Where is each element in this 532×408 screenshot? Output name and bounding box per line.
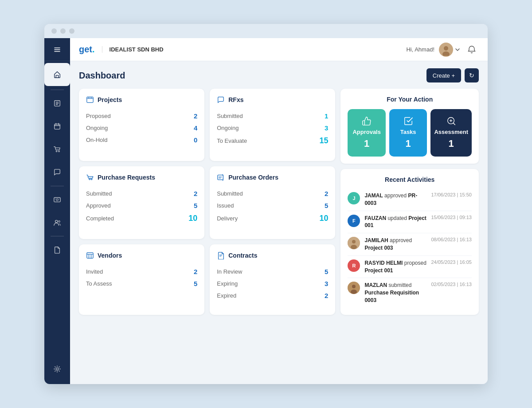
sidebar-item-calendar[interactable]: [44, 116, 70, 137]
contracts-card-title: Contracts: [217, 251, 328, 259]
header-actions: Create + ↻: [426, 68, 479, 82]
sidebar-item-chat[interactable]: [44, 162, 70, 183]
activity-text-3: JAMILAH approved Project 003: [364, 237, 426, 252]
projects-icon: [86, 96, 94, 104]
user-avatar-container[interactable]: [439, 43, 460, 57]
po-delivery-row: Delivery 10: [217, 212, 328, 225]
approvals-button[interactable]: Approvals 1: [348, 109, 385, 157]
svg-point-8: [56, 368, 58, 370]
activity-avatar-rasyid: R: [348, 259, 360, 272]
assessment-button[interactable]: Assessment 1: [430, 109, 472, 157]
activity-time-5: 02/05/2023 | 16:13: [431, 282, 472, 287]
activity-text-5: MAZLAN submittedPurchase Requisition 000…: [364, 282, 426, 304]
svg-point-16: [351, 245, 357, 249]
activity-item-2: F FAUZAN updated Project 001 15/06/2023 …: [348, 211, 472, 234]
svg-point-7: [59, 221, 60, 223]
projects-proposed-row: Proposed 2: [86, 110, 197, 122]
create-button[interactable]: Create +: [426, 68, 461, 82]
app-header: get. IDEALIST SDN BHD Hi, Ahmad!: [70, 38, 488, 61]
svg-point-6: [55, 220, 58, 223]
dashboard-grid: Projects Proposed 2 Ongoing 4 On-Hold: [79, 89, 479, 315]
sidebar-item-cart[interactable]: [44, 139, 70, 160]
thumbs-up-icon: [362, 116, 372, 126]
rfxs-ongoing-row: Ongoing 3: [217, 122, 328, 134]
vendors-invited-row: Invited 2: [86, 266, 197, 278]
purchase-orders-icon: [217, 173, 225, 181]
sidebar-item-home[interactable]: [44, 63, 70, 86]
notification-bell-icon[interactable]: [465, 43, 479, 57]
main-content: get. IDEALIST SDN BHD Hi, Ahmad!: [70, 38, 488, 384]
rfxs-card-title: RFxs: [217, 96, 328, 104]
activity-text-1: JAMAL approved PR-0003: [364, 192, 426, 207]
projects-card: Projects Proposed 2 Ongoing 4 On-Hold: [79, 89, 204, 161]
activity-item-4: R RASYID HELMI proposed Project 001 24/0…: [348, 256, 472, 279]
vendors-card-title: Vendors: [86, 251, 197, 259]
contracts-expiring-row: Expiring 3: [217, 278, 328, 290]
svg-point-2: [56, 151, 57, 152]
rfxs-card: RFxs Submitted 1 Ongoing 3 To Evaluate: [210, 89, 335, 161]
sidebar-item-finance[interactable]: [44, 189, 70, 210]
activity-avatar-fauzan: F: [348, 215, 360, 227]
svg-rect-1: [55, 124, 60, 129]
browser-dot-1: [51, 28, 57, 34]
right-column: For Your Action Approvals 1: [340, 89, 479, 315]
activity-avatar-mazlan: [348, 282, 360, 294]
activity-text-2: FAUZAN updated Project 001: [364, 215, 426, 230]
tasks-button[interactable]: Tasks 1: [389, 109, 427, 157]
page-content: Dashboard Create + ↻: [70, 61, 488, 322]
browser-window: get. IDEALIST SDN BHD Hi, Ahmad!: [44, 24, 488, 384]
projects-ongoing-row: Ongoing 4: [86, 122, 197, 134]
assessment-icon: [446, 116, 456, 126]
action-card: For Your Action Approvals 1: [340, 89, 479, 164]
projects-card-title: Projects: [86, 96, 197, 104]
purchase-requests-icon: [86, 173, 94, 181]
chevron-down-icon: [455, 47, 460, 52]
rfxs-icon: [217, 96, 225, 104]
po-issued-row: Issued 5: [217, 200, 328, 212]
activity-avatar-jamilah: [348, 237, 360, 249]
tasks-icon: [403, 116, 413, 126]
activity-avatar-jamal: J: [348, 192, 360, 204]
purchase-orders-card-title: Purchase Orders: [217, 173, 328, 181]
refresh-button[interactable]: ↻: [465, 68, 479, 82]
purchase-requests-card: Purchase Requests Submitted 2 Approved 5…: [79, 166, 204, 239]
purchase-requests-card-title: Purchase Requests: [86, 173, 197, 181]
svg-point-18: [352, 285, 356, 288]
browser-dot-2: [60, 28, 66, 34]
page-title: Dashboard: [79, 71, 125, 81]
sidebar-divider-1: [51, 90, 64, 90]
svg-point-20: [89, 179, 90, 180]
action-buttons-grid: Approvals 1 Tasks 1: [348, 109, 472, 157]
sidebar-item-documents[interactable]: [44, 239, 70, 260]
pr-approved-row: Approved 5: [86, 200, 197, 212]
sidebar-item-users[interactable]: [44, 212, 70, 233]
rfxs-toevaluate-row: To Evaluate 15: [217, 134, 328, 148]
vendors-icon: [86, 251, 94, 259]
recent-activities-card: Recent Activities J JAMAL approved PR-00…: [340, 169, 479, 315]
contracts-card: Contracts In Review 5 Expiring 3 Expired: [210, 244, 335, 315]
sidebar-divider-2: [51, 186, 64, 186]
activity-time-2: 15/06/2023 | 09:13: [431, 215, 472, 220]
activity-item-5: MAZLAN submittedPurchase Requisition 000…: [348, 278, 472, 307]
svg-rect-22: [218, 175, 223, 180]
sidebar-close-button[interactable]: [44, 38, 70, 61]
recent-activities-title: Recent Activities: [348, 176, 472, 183]
activity-time-4: 24/05/2023 | 16:05: [431, 259, 472, 265]
contracts-inreview-row: In Review 5: [217, 266, 328, 278]
sidebar: [44, 38, 70, 384]
page-header: Dashboard Create + ↻: [79, 68, 479, 82]
sidebar-item-requests[interactable]: [44, 93, 70, 114]
avatar: [439, 43, 453, 57]
projects-onhold-row: On-Hold 0: [86, 134, 197, 146]
sidebar-item-settings[interactable]: [44, 357, 70, 381]
activity-text-4: RASYID HELMI proposed Project 001: [364, 259, 426, 275]
action-card-title: For Your Action: [348, 96, 472, 103]
svg-point-21: [91, 179, 92, 180]
app-container: get. IDEALIST SDN BHD Hi, Ahmad!: [44, 38, 488, 384]
sidebar-divider-3: [51, 236, 64, 236]
vendors-toassess-row: To Assess 5: [86, 278, 197, 290]
svg-point-19: [351, 290, 357, 294]
activity-item-1: J JAMAL approved PR-0003 17/06/2023 | 15…: [348, 188, 472, 211]
po-submitted-row: Submitted 2: [217, 188, 328, 200]
activity-time-1: 17/06/2023 | 15:50: [431, 192, 472, 197]
